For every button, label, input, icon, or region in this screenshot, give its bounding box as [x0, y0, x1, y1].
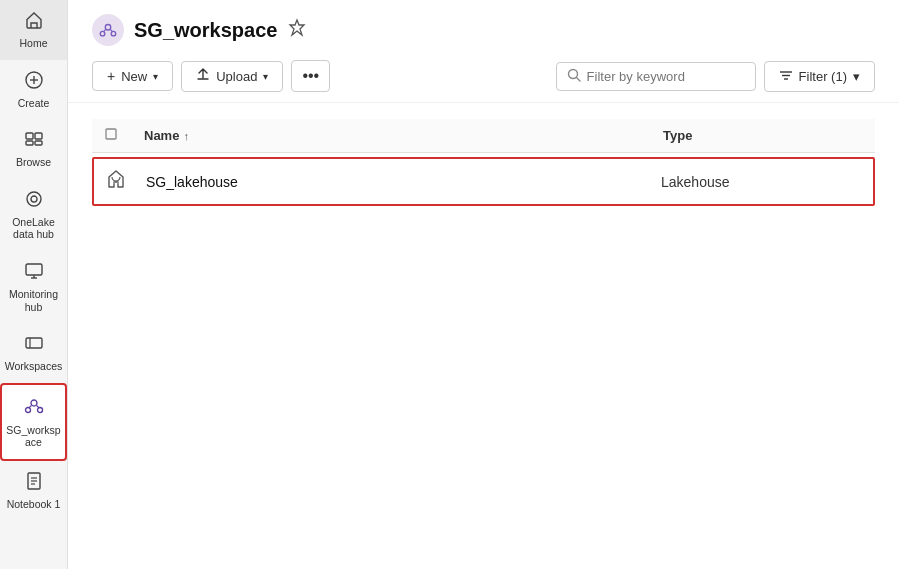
sidebar-item-sg-workspace-label: SG_workspace: [6, 424, 61, 449]
filter-icon: [779, 68, 793, 85]
workspace-header: SG_workspace + New ▾: [68, 0, 899, 103]
search-icon: [567, 68, 581, 85]
col-header-type: Type: [663, 128, 863, 143]
notebook-icon: [24, 471, 44, 494]
row-lakehouse-type: Lakehouse: [661, 174, 861, 190]
workspace-title: SG_workspace: [134, 19, 277, 42]
workspace-logo-icon: [92, 14, 124, 46]
col-header-icon: [104, 127, 144, 144]
col-header-name: Name ↑: [144, 128, 663, 143]
svg-rect-12: [26, 338, 42, 348]
sidebar-item-notebook1-label: Notebook 1: [7, 498, 61, 511]
sg-workspace-icon: [23, 395, 45, 420]
svg-point-8: [31, 196, 37, 202]
upload-icon: [196, 68, 210, 85]
upload-chevron-icon: ▾: [263, 71, 268, 82]
table-row[interactable]: SG_lakehouse Lakehouse: [92, 157, 875, 206]
sidebar-item-home[interactable]: Home: [0, 0, 67, 60]
upload-button-label: Upload: [216, 69, 257, 84]
svg-rect-4: [35, 133, 42, 139]
sidebar-item-create[interactable]: Create: [0, 60, 67, 120]
svg-line-26: [103, 30, 105, 32]
svg-point-23: [105, 25, 110, 30]
monitoring-icon: [24, 261, 44, 284]
filter-button[interactable]: Filter (1) ▾: [764, 61, 875, 92]
row-lakehouse-icon: [106, 169, 146, 194]
onelake-icon: [24, 189, 44, 212]
sidebar-item-browse-label: Browse: [16, 156, 51, 169]
sidebar-item-workspaces[interactable]: Workspaces: [0, 323, 67, 383]
sidebar: Home Create Browse: [0, 0, 68, 569]
workspace-settings-icon[interactable]: [287, 18, 307, 43]
upload-button[interactable]: Upload ▾: [181, 61, 283, 92]
search-input[interactable]: [587, 69, 745, 84]
workspaces-icon: [24, 333, 44, 356]
filter-chevron-icon: ▾: [853, 69, 860, 84]
new-chevron-icon: ▾: [153, 71, 158, 82]
sort-arrow-icon: ↑: [183, 130, 189, 142]
sidebar-item-monitoring-label: Monitoring hub: [4, 288, 63, 313]
sidebar-item-create-label: Create: [18, 97, 50, 110]
new-button-label: New: [121, 69, 147, 84]
sidebar-item-notebook1[interactable]: Notebook 1: [0, 461, 67, 521]
sidebar-item-onelake-label: OneLake data hub: [4, 216, 63, 241]
more-options-icon: •••: [302, 67, 319, 84]
filter-button-label: Filter (1): [799, 69, 847, 84]
home-icon: [24, 10, 44, 33]
table-area: Name ↑ Type SG_lakehouse Lakehouse: [68, 103, 899, 569]
more-options-button[interactable]: •••: [291, 60, 330, 92]
svg-rect-5: [26, 141, 33, 145]
new-plus-icon: +: [107, 68, 115, 84]
svg-line-18: [36, 405, 39, 407]
svg-point-24: [100, 31, 105, 36]
svg-point-25: [111, 31, 116, 36]
sidebar-item-onelake[interactable]: OneLake data hub: [0, 179, 67, 251]
sidebar-item-monitoring[interactable]: Monitoring hub: [0, 251, 67, 323]
new-button[interactable]: + New ▾: [92, 61, 173, 91]
svg-marker-28: [290, 20, 304, 35]
browse-icon: [24, 129, 44, 152]
sidebar-item-workspaces-label: Workspaces: [5, 360, 63, 373]
svg-line-30: [576, 77, 580, 81]
svg-rect-3: [26, 133, 33, 139]
svg-point-15: [25, 407, 30, 412]
svg-point-16: [37, 407, 42, 412]
svg-rect-34: [106, 129, 116, 139]
table-header: Name ↑ Type: [92, 119, 875, 153]
svg-rect-6: [35, 141, 42, 145]
svg-point-14: [31, 400, 37, 406]
create-icon: [24, 70, 44, 93]
sidebar-item-browse[interactable]: Browse: [0, 119, 67, 179]
toolbar: + New ▾ Upload ▾ •••: [92, 60, 875, 92]
svg-rect-9: [26, 264, 42, 275]
search-box[interactable]: [556, 62, 756, 91]
main-content: SG_workspace + New ▾: [68, 0, 899, 569]
sidebar-item-sg-workspace[interactable]: SG_workspace: [0, 383, 67, 461]
svg-line-17: [29, 405, 32, 407]
row-lakehouse-name: SG_lakehouse: [146, 174, 661, 190]
workspace-title-row: SG_workspace: [92, 14, 875, 46]
svg-line-27: [110, 30, 112, 32]
sidebar-item-home-label: Home: [19, 37, 47, 50]
svg-point-7: [27, 192, 41, 206]
